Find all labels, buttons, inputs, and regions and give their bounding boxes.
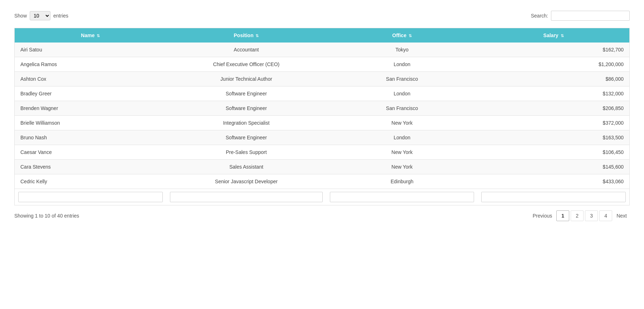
pagination: Previous 1234Next [530,210,630,221]
table-row: Cedric KellySenior Javascript DeveloperE… [15,174,630,189]
table-row: Bradley GreerSoftware EngineerLondon$132… [15,86,630,101]
table-row: Brenden WagnerSoftware EngineerSan Franc… [15,101,630,116]
cell-office: London [326,57,478,72]
table-row: Brielle WilliamsonIntegration Specialist… [15,116,630,130]
cell-name: Bruno Nash [15,130,166,145]
table-footer [15,189,630,205]
cell-name: Bradley Greer [15,86,166,101]
page-button-1[interactable]: 1 [556,210,569,221]
cell-name: Brenden Wagner [15,101,166,116]
footer-input-position[interactable] [170,192,323,202]
prev-button[interactable]: Previous [530,211,555,221]
cell-name: Brielle Williamson [15,116,166,130]
cell-salary: $163,500 [478,130,629,145]
search-input[interactable] [551,11,630,21]
page-button-4[interactable]: 4 [599,210,612,221]
table-row: Angelica RamosChief Executive Officer (C… [15,57,630,72]
next-button[interactable]: Next [614,211,630,221]
show-label: Show [14,13,27,19]
header-name[interactable]: Name ⇅ [15,28,166,43]
cell-salary: $86,000 [478,72,629,86]
cell-position: Accountant [166,43,326,57]
header-salary[interactable]: Salary ⇅ [478,28,629,43]
cell-position: Junior Technical Author [166,72,326,86]
cell-office: Edinburgh [326,174,478,189]
cell-office: New York [326,160,478,174]
header-row: Name ⇅Position ⇅Office ⇅Salary ⇅ [15,28,630,43]
sort-icon-office: ⇅ [409,34,412,38]
cell-salary: $372,000 [478,116,629,130]
header-position[interactable]: Position ⇅ [166,28,326,43]
cell-office: London [326,130,478,145]
footer-cell-office [326,189,478,205]
page-button-3[interactable]: 3 [585,210,598,221]
cell-position: Software Engineer [166,86,326,101]
cell-salary: $145,600 [478,160,629,174]
cell-office: Tokyo [326,43,478,57]
entries-label: entries [53,13,68,19]
cell-name: Cara Stevens [15,160,166,174]
bottom-controls: Showing 1 to 10 of 40 entries Previous 1… [14,210,630,221]
page-button-2[interactable]: 2 [571,210,584,221]
cell-name: Airi Satou [15,43,166,57]
footer-input-salary[interactable] [481,192,626,202]
sort-icon-salary: ⇅ [561,34,564,38]
table-row: Bruno NashSoftware EngineerLondon$163,50… [15,130,630,145]
sort-icon-position: ⇅ [255,34,259,38]
cell-salary: $106,450 [478,145,629,160]
cell-position: Pre-Sales Support [166,145,326,160]
cell-office: New York [326,145,478,160]
table-row: Cara StevensSales AssistantNew York$145,… [15,160,630,174]
pagination-info: Showing 1 to 10 of 40 entries [14,213,79,219]
cell-name: Angelica Ramos [15,57,166,72]
cell-salary: $162,700 [478,43,629,57]
cell-name: Ashton Cox [15,72,166,86]
footer-input-name[interactable] [18,192,163,202]
search-label: Search: [531,13,548,19]
cell-position: Software Engineer [166,101,326,116]
cell-position: Software Engineer [166,130,326,145]
data-table: Name ⇅Position ⇅Office ⇅Salary ⇅ Airi Sa… [14,28,630,205]
footer-input-office[interactable] [330,192,474,202]
cell-office: London [326,86,478,101]
table-row: Caesar VancePre-Sales SupportNew York$10… [15,145,630,160]
footer-cell-salary [478,189,629,205]
cell-name: Caesar Vance [15,145,166,160]
footer-cell-position [166,189,326,205]
footer-row [15,189,630,205]
cell-office: San Francisco [326,72,478,86]
cell-name: Cedric Kelly [15,174,166,189]
cell-salary: $206,850 [478,101,629,116]
table-row: Ashton CoxJunior Technical AuthorSan Fra… [15,72,630,86]
cell-position: Chief Executive Officer (CEO) [166,57,326,72]
cell-salary: $1,200,000 [478,57,629,72]
top-controls: Show 102550100 entries Search: [14,11,630,21]
footer-cell-name [15,189,166,205]
table-row: Airi SatouAccountantTokyo$162,700 [15,43,630,57]
cell-salary: $433,060 [478,174,629,189]
show-entries: Show 102550100 entries [14,11,68,20]
cell-salary: $132,000 [478,86,629,101]
cell-position: Senior Javascript Developer [166,174,326,189]
cell-office: New York [326,116,478,130]
header-office[interactable]: Office ⇅ [326,28,478,43]
cell-position: Sales Assistant [166,160,326,174]
cell-office: San Francisco [326,101,478,116]
sort-icon-name: ⇅ [97,34,100,38]
cell-position: Integration Specialist [166,116,326,130]
search-box: Search: [531,11,630,21]
entries-select[interactable]: 102550100 [30,11,50,20]
table-header: Name ⇅Position ⇅Office ⇅Salary ⇅ [15,28,630,43]
table-body: Airi SatouAccountantTokyo$162,700Angelic… [15,43,630,189]
